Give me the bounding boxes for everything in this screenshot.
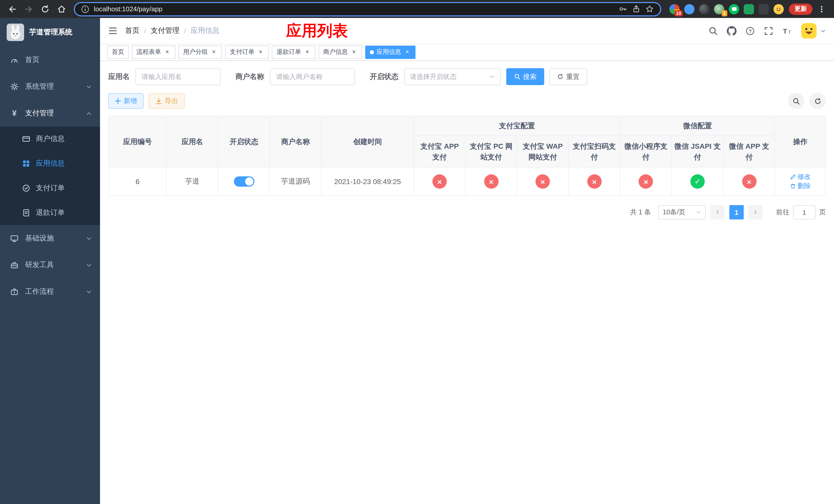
help-icon[interactable]: ? <box>745 26 755 36</box>
tab-app-info[interactable]: 应用信息 <box>365 45 415 59</box>
monitor-icon <box>10 234 19 243</box>
back-icon[interactable] <box>5 2 20 16</box>
sidebar-item-home[interactable]: 首页 <box>0 47 100 73</box>
sidebar-item-devtools[interactable]: 研发工具 <box>0 252 100 278</box>
tab-process-form[interactable]: 流程表单 <box>132 45 175 59</box>
goto-suffix: 页 <box>819 208 826 217</box>
extension-icon-1[interactable]: 10 <box>670 4 680 14</box>
refresh-icon <box>557 73 564 80</box>
delete-label: 删除 <box>797 182 811 191</box>
sidebar-item-label: 商户信息 <box>36 134 65 143</box>
menu-dots-icon[interactable] <box>814 2 829 16</box>
sidebar-item-infra[interactable]: 基础设施 <box>0 225 100 252</box>
creditcard-icon <box>22 135 30 143</box>
extension-icon-5[interactable] <box>729 4 739 14</box>
top-navbar: 首页 / 支付管理 / 应用信息 ? TT <box>100 18 834 44</box>
delete-link[interactable]: 删除 <box>790 182 811 191</box>
add-button[interactable]: 新增 <box>108 93 144 109</box>
briefcase-icon <box>10 288 19 296</box>
cell-app-id: 6 <box>109 167 167 196</box>
page-number-1[interactable]: 1 <box>729 205 744 220</box>
edit-icon <box>790 174 796 180</box>
refresh-page-icon[interactable] <box>38 2 52 16</box>
tab-pay-order[interactable]: 支付订单 <box>225 45 269 59</box>
info-icon[interactable] <box>81 5 89 13</box>
extension-icon-4[interactable]: 1 <box>714 4 724 14</box>
extension-icon-7[interactable] <box>759 4 769 14</box>
bookmark-star-icon[interactable] <box>645 5 654 13</box>
col-header: 应用编号 <box>109 116 167 167</box>
extension-icon-8[interactable] <box>773 4 784 14</box>
sidebar-item-workflow[interactable]: 工作流程 <box>0 278 100 305</box>
goto-page-input[interactable] <box>793 205 815 220</box>
chevron-down-icon <box>820 28 826 33</box>
navbar-actions: ? TT <box>708 23 826 39</box>
key-icon[interactable] <box>619 5 627 13</box>
close-icon[interactable] <box>404 48 411 55</box>
home-icon[interactable] <box>54 2 69 16</box>
edit-link[interactable]: 修改 <box>790 172 811 182</box>
reset-button[interactable]: 重置 <box>549 68 587 85</box>
avatar <box>801 23 816 39</box>
app-name-input[interactable] <box>135 68 221 85</box>
col-header: 操作 <box>775 116 826 167</box>
page-size-select[interactable]: 10条/页 <box>658 205 706 220</box>
fullscreen-icon[interactable] <box>764 26 773 36</box>
wechat-mini-status-icon: × <box>639 174 653 189</box>
extension-icon-3[interactable] <box>699 4 709 14</box>
dashboard-icon <box>10 56 19 64</box>
sidebar-logo[interactable]: 芋道管理系统 <box>0 18 100 47</box>
extension-icon-2[interactable] <box>684 4 695 14</box>
tab-refund-order[interactable]: 退款订单 <box>272 45 315 59</box>
github-icon[interactable] <box>727 26 737 36</box>
group-header-alipay: 支付宝配置 <box>414 116 620 136</box>
status-toggle[interactable] <box>234 176 254 187</box>
sidebar-item-pay-order[interactable]: 支付订单 <box>0 176 100 201</box>
refresh-table-button[interactable] <box>809 93 826 109</box>
app-name-label: 应用名 <box>108 72 130 81</box>
close-icon[interactable] <box>163 48 171 55</box>
tab-merchant-info[interactable]: 商户信息 <box>319 45 362 59</box>
sidebar-item-refund-order[interactable]: 退款订单 <box>0 201 100 225</box>
share-icon[interactable] <box>632 5 641 13</box>
next-page-button[interactable] <box>748 205 763 220</box>
hamburger-icon[interactable] <box>108 26 117 36</box>
cell-created-at: 2021-10-23 08:49:25 <box>321 167 414 196</box>
status-select[interactable]: 请选择开启状态 <box>404 68 501 85</box>
prev-page-button[interactable] <box>710 205 725 220</box>
tab-label: 退款订单 <box>277 48 301 56</box>
export-button[interactable]: 导出 <box>149 93 185 109</box>
right-toolbar <box>788 93 826 109</box>
merchant-name-input[interactable] <box>270 68 355 85</box>
toggle-search-button[interactable] <box>788 93 804 109</box>
col-header: 支付宝扫码支付 <box>569 136 620 167</box>
tab-user-group[interactable]: 用户分组 <box>178 45 222 59</box>
close-icon[interactable] <box>210 48 218 55</box>
tab-home[interactable]: 首页 <box>107 45 129 59</box>
breadcrumb-home[interactable]: 首页 <box>125 26 139 36</box>
sidebar-item-app-info[interactable]: 应用信息 <box>0 151 100 176</box>
merchant-name-label: 商户名称 <box>236 72 264 81</box>
app-table: 应用编号 应用名 开启状态 商户名称 创建时间 支付宝配置 微信配置 操作 支付… <box>108 116 826 196</box>
url-text[interactable]: localhost:1024/pay/app <box>94 5 614 13</box>
close-icon[interactable] <box>350 48 357 55</box>
update-button[interactable]: 更新 <box>789 3 812 15</box>
total-count: 共 1 条 <box>630 208 651 217</box>
goto-prefix: 前往 <box>776 208 789 217</box>
user-menu[interactable] <box>801 23 826 39</box>
font-size-icon[interactable]: TT <box>782 26 792 36</box>
search-button[interactable]: 搜索 <box>506 68 544 85</box>
forward-icon[interactable] <box>22 2 36 16</box>
sidebar-item-merchant-info[interactable]: 商户信息 <box>0 127 100 151</box>
address-bar[interactable]: localhost:1024/pay/app <box>74 2 661 16</box>
sidebar-item-payment[interactable]: ¥ 支付管理 <box>0 100 100 127</box>
sidebar-item-label: 退款订单 <box>36 208 65 217</box>
close-icon[interactable] <box>257 48 264 55</box>
sidebar-item-system[interactable]: 系统管理 <box>0 73 100 100</box>
search-icon[interactable] <box>708 26 718 36</box>
breadcrumb-payment[interactable]: 支付管理 <box>151 26 179 36</box>
extension-icon-6[interactable] <box>744 4 754 14</box>
close-icon[interactable] <box>304 48 311 55</box>
download-icon <box>155 98 162 104</box>
order-icon <box>22 184 30 192</box>
